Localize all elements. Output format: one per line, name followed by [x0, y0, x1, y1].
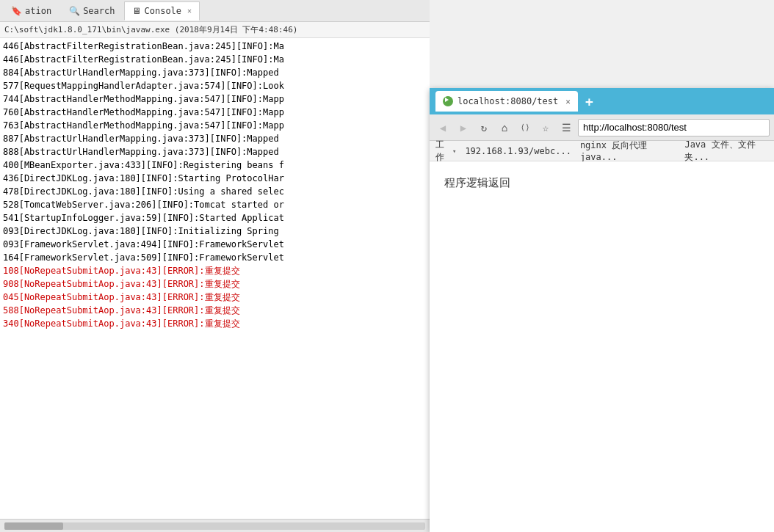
bookmark-java[interactable]: Java 文件、文件夹...	[684, 139, 768, 164]
table-row: 340[NoRepeatSubmitAop.java:43][ERROR]:重复…	[3, 317, 427, 330]
table-row: 108[NoRepeatSubmitAop.java:43][ERROR]:重复…	[3, 264, 427, 277]
table-row: 446[AbstractFilterRegistrationBean.java:…	[3, 40, 427, 53]
table-row: 888[AbstractUrlHandlerMapping.java:373][…	[3, 145, 427, 158]
new-tab-button[interactable]: +	[582, 94, 596, 109]
console-output[interactable]: 446[AbstractFilterRegistrationBean.java:…	[0, 38, 430, 519]
bookmark-nginx-label: nginx 反向代理 java...	[580, 139, 676, 162]
browser-navbar: ◀ ▶ ↻ ⌂ ⟨⟩ ☆ ☰	[430, 114, 774, 141]
browser-tab-title: localhost:8080/test	[457, 96, 558, 106]
bookmark-192[interactable]: 192.168.1.93/webc...	[465, 146, 571, 156]
table-row: 528[TomcatWebServer.java:206][INFO]:Tomc…	[3, 198, 427, 211]
bookmark-icon: 🔖	[11, 6, 22, 16]
table-row: 436[DirectJDKLog.java:180][INFO]:Startin…	[3, 172, 427, 185]
bookmark-nginx[interactable]: nginx 反向代理 java...	[580, 139, 676, 162]
table-row: 887[AbstractUrlHandlerMapping.java:373][…	[3, 132, 427, 145]
browser-tab[interactable]: localhost:8080/test ✕	[435, 91, 578, 112]
eclipse-bottom-bar	[0, 519, 430, 532]
table-row: 478[DirectJDKLog.java:180][INFO]:Using a…	[3, 185, 427, 198]
table-row: 744[AbstractHandlerMethodMapping.java:54…	[3, 92, 427, 106]
chevron-down-icon: ▾	[452, 147, 456, 155]
close-browser-tab[interactable]: ✕	[565, 97, 571, 106]
tab-search[interactable]: 🔍 Search	[61, 1, 123, 21]
close-console-tab[interactable]: ✕	[187, 7, 192, 15]
refresh-button[interactable]: ↻	[475, 119, 493, 136]
table-row: 884[AbstractUrlHandlerMapping.java:373][…	[3, 66, 427, 79]
tab-navigation[interactable]: 🔖 ation	[3, 1, 59, 21]
table-row: 446[AbstractFilterRegistrationBean.java:…	[3, 53, 427, 66]
browser-bookmarks-bar: 工作 ▾ 192.168.1.93/webc... nginx 反向代理 jav…	[430, 141, 774, 161]
star-button[interactable]: ☆	[537, 119, 554, 136]
table-row: 763[AbstractHandlerMethodMapping.java:54…	[3, 119, 427, 132]
menu-button[interactable]: ☰	[557, 119, 575, 136]
bookmark-work-label: 工作	[435, 139, 450, 164]
toolbar-text: C:\soft\jdk1.8.0_171\bin\javaw.exe (2018…	[4, 24, 297, 35]
browser-panel: localhost:8080/test ✕ + ◀ ▶ ↻ ⌂ ⟨⟩ ☆ ☰ 工…	[430, 88, 774, 532]
table-row: 045[NoRepeatSubmitAop.java:43][ERROR]:重复…	[3, 291, 427, 304]
table-row: 541[StartupInfoLogger.java:59][INFO]:Sta…	[3, 211, 427, 225]
scrollbar-thumb[interactable]	[4, 522, 63, 530]
back-button[interactable]: ◀	[434, 119, 452, 136]
eclipse-tab-bar: 🔖 ation 🔍 Search 🖥 Console ✕	[0, 0, 430, 22]
horizontal-scrollbar[interactable]	[4, 522, 425, 530]
table-row: 760[AbstractHandlerMethodMapping.java:54…	[3, 106, 427, 119]
table-row: 577[RequestMappingHandlerAdapter.java:57…	[3, 79, 427, 92]
back-forward-combo[interactable]: ⟨⟩	[516, 119, 534, 136]
table-row: 164[FrameworkServlet.java:509][INFO]:Fra…	[3, 251, 427, 264]
page-response-text: 程序逻辑返回	[444, 176, 510, 190]
table-row: 400[MBeanExporter.java:433][INFO]:Regist…	[3, 158, 427, 172]
forward-button[interactable]: ▶	[455, 119, 472, 136]
browser-content: 程序逻辑返回	[430, 161, 774, 532]
search-icon: 🔍	[69, 6, 80, 16]
bookmark-192-label: 192.168.1.93/webc...	[465, 146, 571, 156]
table-row: 588[NoRepeatSubmitAop.java:43][ERROR]:重复…	[3, 304, 427, 317]
table-row: 908[NoRepeatSubmitAop.java:43][ERROR]:重复…	[3, 277, 427, 291]
eclipse-toolbar: C:\soft\jdk1.8.0_171\bin\javaw.exe (2018…	[0, 22, 430, 38]
address-bar[interactable]	[578, 119, 770, 136]
tab-console[interactable]: 🖥 Console ✕	[124, 1, 200, 21]
table-row: 093[DirectJDKLog.java:180][INFO]:Initial…	[3, 225, 427, 238]
bookmark-java-label: Java 文件、文件夹...	[684, 139, 768, 164]
leaf-icon	[443, 96, 453, 106]
console-icon: 🖥	[132, 6, 141, 16]
table-row: 093[FrameworkServlet.java:494][INFO]:Fra…	[3, 238, 427, 251]
home-button[interactable]: ⌂	[496, 119, 513, 136]
eclipse-panel: 🔖 ation 🔍 Search 🖥 Console ✕ C:\soft\jdk…	[0, 0, 430, 532]
bookmark-work[interactable]: 工作 ▾	[435, 139, 456, 164]
browser-titlebar: localhost:8080/test ✕ +	[430, 88, 774, 114]
